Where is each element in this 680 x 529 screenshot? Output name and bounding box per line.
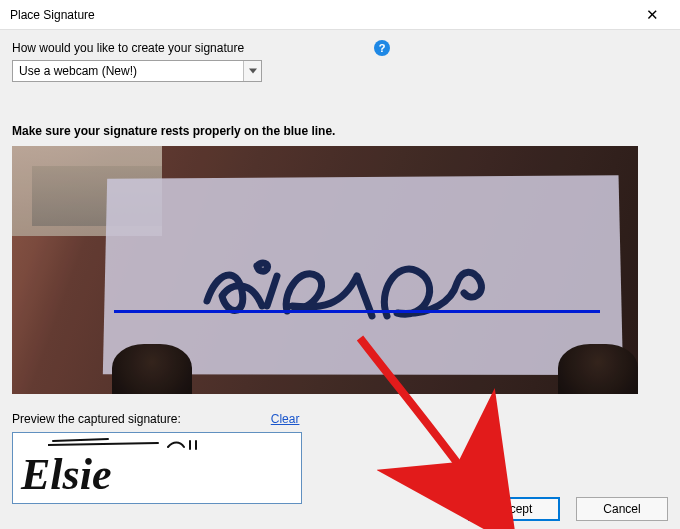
capture-instruction: Make sure your signature rests properly … [12,124,668,138]
preview-noise-icon [48,437,208,453]
cancel-button[interactable]: Cancel [576,497,668,521]
preview-label: Preview the captured signature: [12,412,181,426]
preview-signature-text: Elsie [21,453,111,497]
help-icon[interactable]: ? [374,40,390,56]
close-button[interactable]: ✕ [632,1,672,29]
signature-preview-box: Elsie [12,432,302,504]
window-titlebar: Place Signature ✕ [0,0,680,30]
dialog-footer: Accept Cancel [468,497,668,521]
window-title: Place Signature [10,8,632,22]
signature-method-dropdown[interactable]: Use a webcam (New!) [12,60,262,82]
accept-button[interactable]: Accept [468,497,560,521]
close-icon: ✕ [646,6,659,24]
webcam-capture-area [12,146,638,394]
clear-link[interactable]: Clear [271,412,300,426]
dropdown-selected-value: Use a webcam (New!) [13,64,243,78]
chevron-down-icon [243,61,261,81]
method-prompt-label: How would you like to create your signat… [12,41,244,55]
